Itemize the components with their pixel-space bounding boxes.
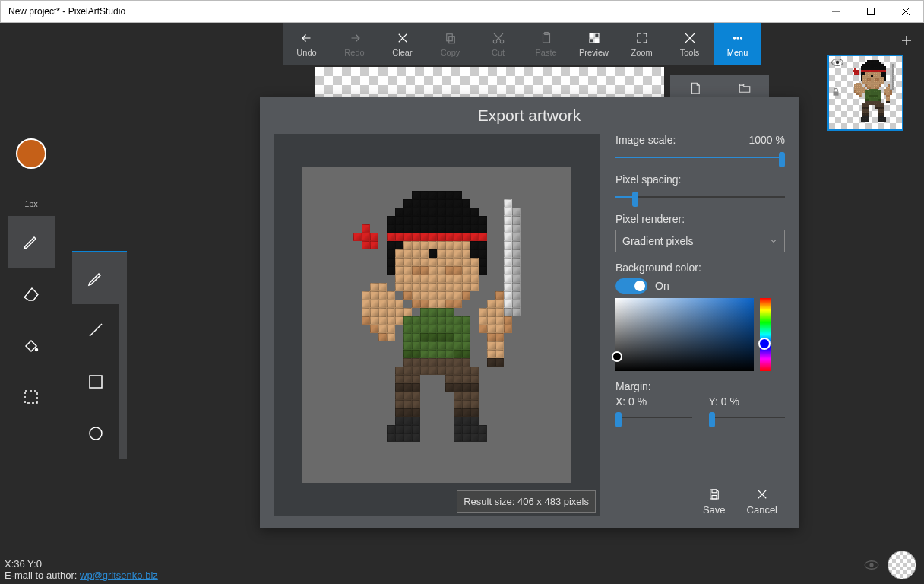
svg-point-36 <box>869 563 873 567</box>
pixel-renderer-label: Pixel renderer: <box>615 213 685 225</box>
cancel-button[interactable]: Cancel <box>747 487 777 516</box>
select-tool[interactable] <box>8 371 55 423</box>
layers-panel <box>821 23 924 584</box>
bg-color-toggle[interactable] <box>615 278 647 294</box>
pixel-renderer-select[interactable]: Gradient pixels <box>615 230 785 252</box>
svg-rect-17 <box>590 33 593 37</box>
coords-label: X:36 Y:0 <box>5 558 158 570</box>
left-tool-panel: 1px <box>0 23 55 584</box>
zoom-button[interactable]: Zoom <box>618 23 666 65</box>
visibility-icon[interactable] <box>863 560 880 570</box>
export-dialog: Export artwork Result size: 406 x 483 pi… <box>260 97 799 528</box>
minimize-button[interactable] <box>818 1 853 22</box>
email-prefix: E-mail to author: <box>5 570 80 581</box>
color-hue-bar[interactable] <box>760 298 771 371</box>
fill-tool[interactable] <box>8 319 55 371</box>
margin-label: Margin: <box>615 380 651 392</box>
paste-button[interactable]: Paste <box>522 23 570 65</box>
pixel-art-preview <box>337 191 537 459</box>
cut-button[interactable]: Cut <box>474 23 522 65</box>
pixel-spacing-slider[interactable] <box>615 190 785 204</box>
layer-thumbnail <box>848 60 898 125</box>
margin-x-slider[interactable] <box>615 411 692 424</box>
color-saturation-box[interactable] <box>615 298 754 371</box>
svg-rect-34 <box>834 91 839 95</box>
export-preview: Result size: 406 x 483 pixels <box>274 134 600 516</box>
svg-rect-11 <box>446 33 452 40</box>
svg-point-23 <box>733 36 735 38</box>
canvas-area: Undo Redo Clear Copy Cut Paste Preview Z… <box>55 23 821 584</box>
svg-rect-20 <box>594 38 598 42</box>
svg-point-25 <box>740 36 742 38</box>
image-scale-slider[interactable] <box>615 151 785 164</box>
brush-size-label: 1px <box>8 199 55 208</box>
margin-y-slider[interactable] <box>709 411 786 424</box>
preview-button[interactable]: Preview <box>570 23 618 65</box>
redo-button[interactable]: Redo <box>331 23 378 65</box>
result-size-label: Result size: 406 x 483 pixels <box>457 490 596 513</box>
svg-point-33 <box>836 61 840 65</box>
chevron-down-icon <box>769 236 778 246</box>
svg-rect-19 <box>590 38 593 42</box>
svg-rect-1 <box>868 8 875 15</box>
margin-y-value: Y: 0 % <box>709 395 786 408</box>
eye-icon[interactable] <box>831 58 844 67</box>
main-toolbar: Undo Redo Clear Copy Cut Paste Preview Z… <box>283 23 761 65</box>
bg-color-label: Background color: <box>615 262 701 274</box>
maximize-button[interactable] <box>853 1 888 22</box>
svg-rect-5 <box>25 391 37 403</box>
background-color-circle[interactable] <box>888 551 916 579</box>
titlebar: New project* - PixelArtStudio <box>0 0 924 23</box>
svg-rect-18 <box>594 33 598 37</box>
window-title: New project* - PixelArtStudio <box>8 6 125 17</box>
svg-rect-12 <box>448 36 454 43</box>
status-bar: X:36 Y:0 E-mail to author: wp@gritsenko.… <box>5 558 158 581</box>
pixel-renderer-value: Gradient pixels <box>622 235 693 247</box>
image-scale-value: 1000 % <box>749 134 785 146</box>
close-button[interactable] <box>888 1 923 22</box>
svg-rect-27 <box>712 496 717 500</box>
add-layer-button[interactable] <box>827 29 918 55</box>
margin-x-value: X: 0 % <box>615 395 692 408</box>
saturation-handle[interactable] <box>612 351 622 362</box>
dialog-title: Export artwork <box>260 97 799 134</box>
tools-button[interactable]: Tools <box>666 23 714 65</box>
svg-point-24 <box>736 36 738 38</box>
bg-color-on: On <box>655 280 669 292</box>
svg-rect-26 <box>712 490 717 493</box>
pencil-tool[interactable] <box>8 216 55 268</box>
save-button[interactable]: Save <box>703 487 726 516</box>
copy-button[interactable]: Copy <box>426 23 474 65</box>
undo-button[interactable]: Undo <box>283 23 331 65</box>
foreground-color-swatch[interactable] <box>16 138 46 169</box>
menu-button[interactable]: Menu <box>714 23 761 65</box>
pixel-spacing-label: Pixel spacing: <box>615 173 681 186</box>
image-scale-label: Image scale: <box>615 134 676 146</box>
lock-icon[interactable] <box>831 87 841 97</box>
hue-handle[interactable] <box>758 338 771 350</box>
author-email-link[interactable]: wp@gritsenko.biz <box>80 570 158 581</box>
clear-button[interactable]: Clear <box>378 23 426 65</box>
eraser-tool[interactable] <box>8 268 55 319</box>
svg-point-4 <box>36 349 38 351</box>
layer-item[interactable] <box>827 55 903 131</box>
bottom-right-controls <box>863 551 916 579</box>
